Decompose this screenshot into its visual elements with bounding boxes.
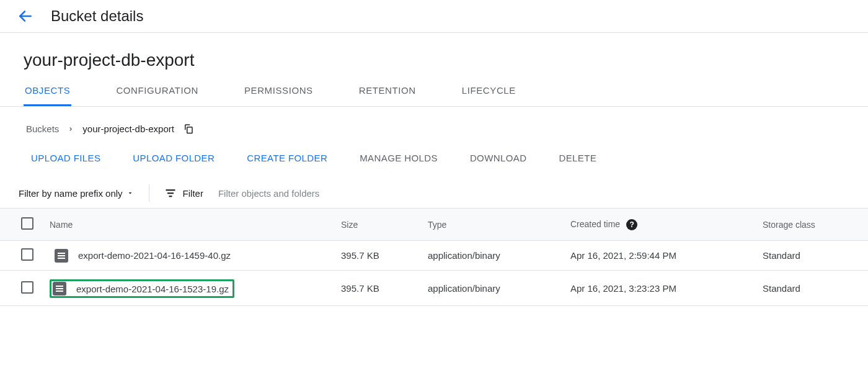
object-storage-class: Standard — [756, 271, 868, 306]
breadcrumb-current: your-project-db-export — [82, 124, 174, 134]
manage-holds-button[interactable]: MANAGE HOLDS — [360, 153, 438, 163]
object-created: Apr 16, 2021, 2:59:44 PM — [564, 241, 756, 271]
object-storage-class: Standard — [756, 241, 868, 271]
tab-lifecycle[interactable]: LIFECYCLE — [461, 76, 517, 106]
back-button[interactable] — [17, 8, 33, 24]
chevron-right-icon — [68, 124, 74, 134]
row-checkbox[interactable] — [21, 248, 33, 261]
object-created: Apr 16, 2021, 3:23:23 PM — [564, 271, 756, 306]
header-bar: Bucket details — [0, 0, 868, 33]
object-type: application/binary — [422, 241, 564, 271]
filter-prefix-label: Filter by name prefix only — [19, 188, 123, 199]
select-all-checkbox[interactable] — [21, 217, 33, 230]
page-title: Bucket details — [51, 7, 143, 25]
caret-down-icon — [126, 189, 134, 197]
arrow-left-icon — [17, 8, 33, 24]
column-storage-class[interactable]: Storage class — [756, 209, 868, 241]
tabs: OBJECTS CONFIGURATION PERMISSIONS RETENT… — [0, 76, 868, 107]
highlighted-object: export-demo-2021-04-16-1523-19.gz — [50, 279, 234, 298]
tab-objects[interactable]: OBJECTS — [24, 76, 71, 106]
file-icon — [55, 249, 68, 263]
column-type[interactable]: Type — [422, 209, 564, 241]
filter-label: Filter — [183, 188, 203, 199]
breadcrumb-root[interactable]: Buckets — [26, 124, 59, 134]
download-button[interactable]: DOWNLOAD — [470, 153, 527, 163]
filter-icon — [164, 187, 177, 199]
file-icon — [53, 282, 66, 295]
table-row[interactable]: export-demo-2021-04-16-1459-40.gz 395.7 … — [0, 241, 868, 271]
row-checkbox[interactable] — [21, 281, 33, 294]
object-size: 395.7 KB — [335, 271, 422, 306]
object-name[interactable]: export-demo-2021-04-16-1459-40.gz — [78, 250, 231, 261]
bucket-name: your-project-db-export — [0, 33, 868, 76]
column-size[interactable]: Size — [335, 209, 422, 241]
svg-rect-4 — [169, 196, 172, 197]
breadcrumb: Buckets your-project-db-export — [0, 107, 868, 139]
objects-table: Name Size Type Created time ? Storage cl… — [0, 208, 868, 306]
table-header-row: Name Size Type Created time ? Storage cl… — [0, 209, 868, 241]
svg-rect-3 — [167, 192, 174, 194]
copy-path-button[interactable] — [183, 123, 194, 134]
object-name[interactable]: export-demo-2021-04-16-1523-19.gz — [76, 284, 229, 294]
upload-files-button[interactable]: UPLOAD FILES — [31, 153, 100, 163]
svg-rect-2 — [166, 189, 175, 191]
filter-button[interactable]: Filter — [164, 187, 203, 199]
column-created[interactable]: Created time ? — [564, 209, 756, 241]
object-type: application/binary — [422, 271, 564, 306]
delete-button[interactable]: DELETE — [559, 153, 596, 163]
tab-configuration[interactable]: CONFIGURATION — [115, 76, 200, 106]
tab-permissions[interactable]: PERMISSIONS — [243, 76, 314, 106]
tab-retention[interactable]: RETENTION — [358, 76, 417, 106]
filter-prefix-dropdown[interactable]: Filter by name prefix only — [19, 188, 134, 199]
copy-icon — [183, 123, 194, 134]
upload-folder-button[interactable]: UPLOAD FOLDER — [133, 153, 215, 163]
help-icon[interactable]: ? — [626, 219, 637, 230]
create-folder-button[interactable]: CREATE FOLDER — [247, 153, 327, 163]
column-name[interactable]: Name — [43, 209, 335, 241]
svg-rect-1 — [187, 127, 192, 133]
column-created-label: Created time — [570, 219, 620, 229]
action-bar: UPLOAD FILES UPLOAD FOLDER CREATE FOLDER… — [0, 139, 868, 178]
filter-input[interactable]: Filter objects and folders — [218, 188, 319, 199]
divider — [149, 184, 149, 202]
object-size: 395.7 KB — [335, 241, 422, 271]
filter-row: Filter by name prefix only Filter Filter… — [0, 178, 868, 208]
table-row[interactable]: export-demo-2021-04-16-1523-19.gz 395.7 … — [0, 271, 868, 306]
